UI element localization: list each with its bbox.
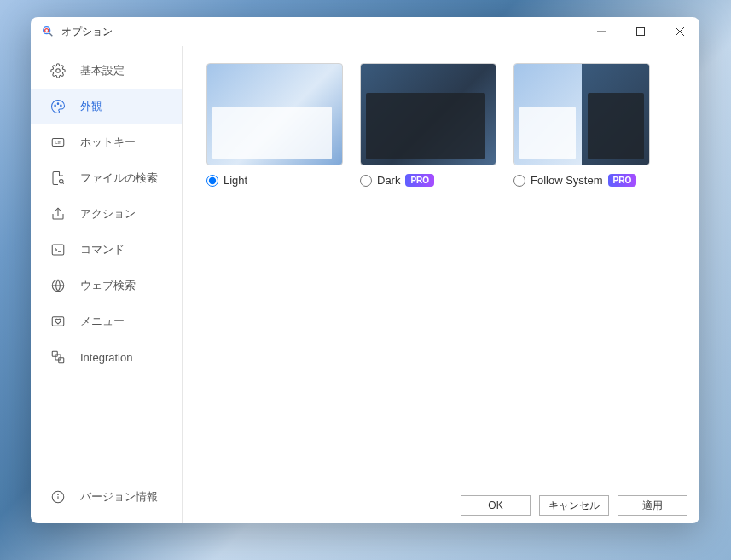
- gear-icon: [49, 62, 67, 79]
- svg-point-8: [55, 105, 56, 107]
- svg-rect-4: [637, 28, 645, 36]
- window-title: オプション: [61, 25, 113, 39]
- theme-thumb-follow-system[interactable]: [513, 63, 650, 165]
- sidebar-item-label: 基本設定: [80, 63, 125, 78]
- theme-radio-dark[interactable]: [360, 175, 372, 187]
- theme-label: Follow System: [531, 174, 603, 187]
- titlebar: オプション: [31, 17, 699, 46]
- sidebar-item-hotkey[interactable]: Ctrl ホットキー: [31, 124, 182, 160]
- sidebar-item-label: アクション: [80, 206, 136, 222]
- theme-row: Light Dark PRO: [206, 63, 682, 187]
- sidebar: 基本設定 外観 Ctrl ホットキー: [31, 46, 183, 523]
- svg-point-1: [45, 29, 49, 32]
- svg-rect-20: [52, 351, 57, 356]
- svg-point-7: [56, 69, 61, 73]
- heart-box-icon: [49, 313, 67, 330]
- sidebar-item-commands[interactable]: コマンド: [31, 232, 182, 268]
- svg-rect-21: [59, 358, 64, 363]
- sidebar-item-label: ファイルの検索: [80, 170, 158, 186]
- sidebar-item-label: コマンド: [80, 242, 125, 257]
- svg-rect-22: [55, 355, 61, 360]
- theme-label: Light: [223, 174, 247, 187]
- sidebar-item-label: バージョン情報: [80, 489, 158, 505]
- theme-option-follow-system[interactable]: Follow System PRO: [513, 174, 650, 187]
- minimize-button[interactable]: [582, 17, 621, 46]
- theme-radio-light[interactable]: [206, 175, 218, 187]
- pro-badge: PRO: [608, 174, 637, 187]
- svg-point-0: [44, 27, 50, 34]
- sidebar-item-label: ウェブ検索: [80, 278, 136, 293]
- sidebar-item-actions[interactable]: アクション: [31, 196, 182, 232]
- sidebar-item-label: 外観: [80, 99, 102, 114]
- file-search-icon: [49, 170, 67, 187]
- dialog-button-bar: OK キャンセル 適用: [183, 488, 699, 523]
- svg-point-10: [61, 105, 62, 107]
- theme-card-light: Light: [206, 63, 343, 187]
- globe-icon: [49, 277, 67, 294]
- content-inner: Light Dark PRO: [183, 46, 699, 488]
- options-window: オプション 基本設定 外観: [31, 17, 699, 523]
- apply-button[interactable]: 適用: [618, 495, 687, 516]
- ok-button[interactable]: OK: [461, 495, 531, 516]
- theme-radio-follow-system[interactable]: [513, 175, 525, 187]
- sidebar-item-menu[interactable]: メニュー: [31, 303, 182, 339]
- pro-badge: PRO: [405, 174, 434, 187]
- sidebar-item-general[interactable]: 基本設定: [31, 53, 182, 89]
- sidebar-item-version[interactable]: バージョン情報: [31, 479, 182, 515]
- info-icon: [49, 488, 67, 505]
- svg-line-2: [49, 33, 52, 36]
- maximize-button[interactable]: [621, 17, 660, 46]
- window-controls: [582, 17, 699, 46]
- layers-icon: [49, 349, 67, 366]
- theme-thumb-light[interactable]: [206, 63, 343, 165]
- svg-point-25: [58, 494, 59, 495]
- svg-line-14: [62, 182, 63, 183]
- sidebar-item-label: メニュー: [80, 314, 125, 329]
- sidebar-item-appearance[interactable]: 外観: [31, 89, 182, 124]
- svg-text:Ctrl: Ctrl: [55, 141, 61, 145]
- theme-label: Dark: [377, 174, 400, 187]
- terminal-icon: [49, 241, 67, 258]
- svg-rect-19: [52, 317, 64, 326]
- theme-option-dark[interactable]: Dark PRO: [360, 174, 496, 187]
- content-area: Light Dark PRO: [183, 46, 699, 523]
- theme-card-follow-system: Follow System PRO: [513, 63, 650, 187]
- cancel-button[interactable]: キャンセル: [539, 495, 609, 516]
- sidebar-item-integration[interactable]: Integration: [31, 339, 182, 375]
- app-icon: [41, 25, 55, 38]
- sidebar-item-label: Integration: [80, 351, 132, 364]
- share-icon: [49, 205, 67, 222]
- ctrl-key-icon: Ctrl: [49, 134, 67, 151]
- svg-point-13: [60, 180, 64, 184]
- theme-option-light[interactable]: Light: [206, 174, 343, 187]
- palette-icon: [49, 98, 67, 115]
- sidebar-footer: バージョン情報: [31, 479, 182, 523]
- sidebar-item-file-search[interactable]: ファイルの検索: [31, 160, 182, 196]
- theme-thumb-dark[interactable]: [360, 63, 496, 165]
- theme-card-dark: Dark PRO: [360, 63, 496, 187]
- window-body: 基本設定 外観 Ctrl ホットキー: [31, 46, 699, 523]
- close-button[interactable]: [660, 17, 699, 46]
- sidebar-item-label: ホットキー: [80, 135, 136, 150]
- svg-point-9: [57, 103, 59, 105]
- sidebar-list: 基本設定 外観 Ctrl ホットキー: [31, 53, 182, 479]
- svg-rect-15: [52, 245, 64, 255]
- sidebar-item-web-search[interactable]: ウェブ検索: [31, 268, 182, 303]
